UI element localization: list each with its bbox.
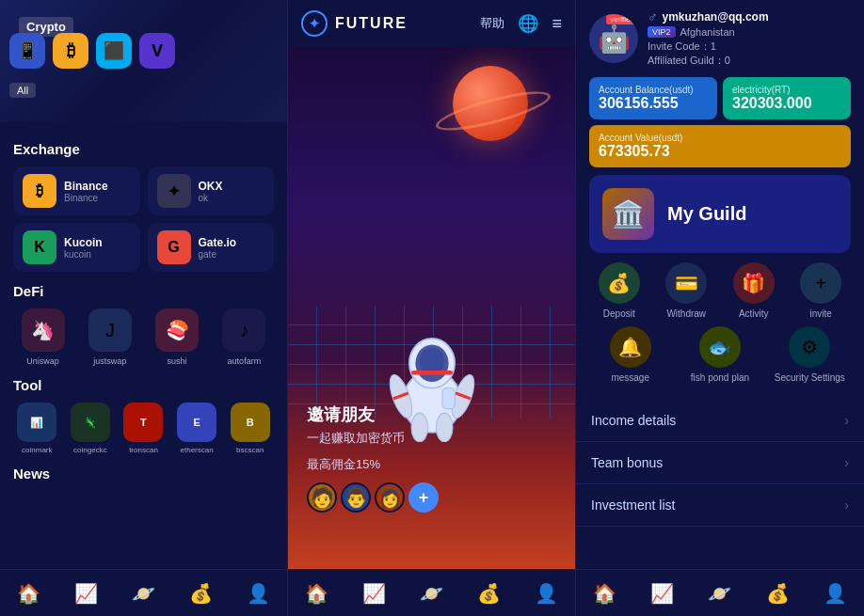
action-withdraw[interactable]: 💳 Withdraw bbox=[657, 262, 717, 319]
invite-title: 邀请朋友 bbox=[307, 403, 556, 426]
action-activity[interactable]: 🎁 Activity bbox=[724, 262, 784, 319]
tool-coinmark[interactable]: 📊 coinmark bbox=[13, 403, 61, 454]
exchange-gateio[interactable]: G Gate.io gate bbox=[148, 223, 275, 272]
exchange-kucoin[interactable]: K Kucoin kucoin bbox=[13, 223, 140, 272]
vip-badge: VIP2 bbox=[648, 26, 676, 38]
defi-section-title: DeFi bbox=[13, 283, 274, 299]
gateio-sub: gate bbox=[199, 249, 237, 260]
guild-title: My Guild bbox=[667, 203, 746, 225]
nav3-planet-icon[interactable]: 🪐 bbox=[708, 582, 731, 605]
binance-name: Binance bbox=[64, 180, 108, 193]
deposit-icon-circle: 💰 bbox=[599, 262, 640, 304]
nav3-profile-icon[interactable]: 👤 bbox=[824, 582, 847, 605]
action-message[interactable]: 🔔 message bbox=[589, 326, 671, 383]
bscscan-name: bscscan bbox=[236, 446, 264, 454]
fish-pond-label: fish pond plan bbox=[691, 372, 749, 383]
account-balance-card: Account Balance(usdt) 306156.555 bbox=[589, 77, 717, 119]
hero-app-icon-1: 📱 bbox=[9, 33, 45, 69]
balance-label: Account Balance(usdt) bbox=[599, 85, 708, 95]
header-right: 帮助 🌐 ≡ bbox=[480, 13, 562, 34]
binance-sub: Binance bbox=[64, 193, 108, 203]
avatar-3: 👩 bbox=[375, 482, 405, 513]
defi-autofarm[interactable]: ♪ autofarm bbox=[215, 308, 274, 366]
invite-section: 邀请朋友 一起赚取加密货币 最高佣金15% 🧑 👨 👩 + bbox=[307, 403, 556, 513]
nav-home-icon[interactable]: 🏠 bbox=[17, 582, 40, 605]
tronscan-logo: T bbox=[123, 403, 163, 442]
tool-tronscan[interactable]: T tronscan bbox=[120, 403, 168, 454]
guild-image: 🏛️ bbox=[602, 188, 654, 240]
gateio-logo: G bbox=[157, 230, 191, 264]
hero-section: 邀请朋友 一起赚取加密货币 最高佣金15% 🧑 👨 👩 + bbox=[288, 47, 575, 569]
withdraw-icon-circle: 💳 bbox=[665, 262, 707, 304]
nav3-home-icon[interactable]: 🏠 bbox=[593, 582, 616, 605]
kucoin-name: Kucoin bbox=[64, 236, 103, 249]
action-grid: 💰 Deposit 💳 Withdraw 🎁 Activity + invite bbox=[589, 262, 851, 319]
globe-icon[interactable]: 🌐 bbox=[518, 13, 538, 34]
panel1-bottom-nav: 🏠 📈 🪐 💰 👤 bbox=[0, 569, 287, 616]
guild-card[interactable]: 🏛️ My Guild bbox=[589, 175, 851, 253]
tool-coingecko[interactable]: 🦎 coingeckc bbox=[67, 403, 115, 454]
balance-row: Account Balance(usdt) 306156.555 electri… bbox=[589, 77, 851, 119]
balance-value: 306156.555 bbox=[599, 95, 708, 112]
svg-rect-4 bbox=[411, 371, 453, 374]
nav-planet-icon[interactable]: 🪐 bbox=[132, 582, 155, 605]
nav2-profile-icon[interactable]: 👤 bbox=[535, 582, 558, 605]
invite-plus-button[interactable]: + bbox=[408, 482, 439, 513]
withdraw-label: Withdraw bbox=[666, 308, 706, 319]
action-fish-pond[interactable]: 🐟 fish pond plan bbox=[679, 326, 760, 383]
investment-list-label: Investment list bbox=[591, 498, 675, 513]
exchange-okx[interactable]: ✦ OKX ok bbox=[148, 166, 275, 215]
nav2-planet-icon[interactable]: 🪐 bbox=[420, 582, 443, 605]
menu-team-bonus[interactable]: Team bonus › bbox=[576, 442, 864, 484]
binance-logo: ₿ bbox=[23, 174, 56, 208]
gateio-name: Gate.io bbox=[199, 236, 237, 249]
nav-profile-icon[interactable]: 👤 bbox=[247, 582, 270, 605]
nav-chart-icon[interactable]: 📈 bbox=[74, 582, 98, 605]
future-logo-icon: ✦ bbox=[301, 10, 328, 37]
defi-uniswap[interactable]: 🦄 Uniswap bbox=[13, 308, 72, 366]
tool-grid: 📊 coinmark 🦎 coingeckc T tronscan E ethe… bbox=[13, 403, 274, 454]
hero-app-icon-4: V bbox=[139, 33, 175, 69]
panel-future: ✦ FUTURE 帮助 🌐 ≡ bbox=[288, 0, 576, 616]
exchange-binance[interactable]: ₿ Binance Binance bbox=[13, 166, 140, 215]
tool-etherscan[interactable]: E etherscan bbox=[173, 403, 221, 454]
account-value-label: Account Value(usdt) bbox=[599, 133, 841, 143]
gender-icon: ♂ bbox=[648, 9, 658, 24]
sushi-logo: 🍣 bbox=[155, 308, 199, 352]
user-guild: Affiliated Guild：0 bbox=[648, 54, 851, 68]
action-invite[interactable]: + invite bbox=[792, 262, 852, 319]
future-brand: ✦ FUTURE bbox=[301, 10, 408, 37]
defi-justswap[interactable]: J justswap bbox=[80, 308, 139, 366]
nav2-home-icon[interactable]: 🏠 bbox=[305, 582, 328, 605]
help-text[interactable]: 帮助 bbox=[480, 15, 504, 32]
nav2-chart-icon[interactable]: 📈 bbox=[362, 582, 386, 605]
action-security[interactable]: ⚙ Security Settings bbox=[769, 326, 851, 383]
user-country: Afghanistan bbox=[680, 26, 735, 38]
activity-icon-circle: 🎁 bbox=[733, 262, 775, 304]
kucoin-sub: kucoin bbox=[64, 249, 103, 260]
nav-wallet-icon[interactable]: 💰 bbox=[189, 582, 213, 605]
coingecko-name: coingeckc bbox=[73, 446, 107, 454]
panel-exchange: Crypto 📱 ₿ ⬛ V All Exchange ₿ Binance Bi… bbox=[0, 0, 288, 616]
profile-header: 🤖 verified ♂ ymkuzhan@qq.com VIP2 Afghan… bbox=[576, 0, 864, 400]
electricity-card: electricity(RT) 320303.000 bbox=[723, 77, 851, 119]
hero-app-icon-2: ₿ bbox=[53, 33, 88, 69]
nav2-wallet-icon[interactable]: 💰 bbox=[477, 582, 501, 605]
menu-investment-list[interactable]: Investment list › bbox=[576, 484, 864, 527]
invite-sub2: 最高佣金15% bbox=[307, 456, 556, 473]
avatar-2: 👨 bbox=[341, 482, 371, 513]
menu-income-details[interactable]: Income details › bbox=[576, 400, 864, 442]
tool-bscscan[interactable]: B bscscan bbox=[226, 403, 274, 454]
hero-banner: Crypto 📱 ₿ ⬛ V All bbox=[0, 0, 287, 122]
all-badge[interactable]: All bbox=[9, 83, 36, 98]
defi-sushi[interactable]: 🍣 sushi bbox=[148, 308, 207, 366]
menu-icon[interactable]: ≡ bbox=[552, 14, 562, 34]
hero-app-icons: 📱 ₿ ⬛ V bbox=[9, 33, 175, 69]
electricity-value: 320303.000 bbox=[732, 95, 841, 112]
nav3-chart-icon[interactable]: 📈 bbox=[650, 582, 674, 605]
action-deposit[interactable]: 💰 Deposit bbox=[589, 262, 649, 319]
uniswap-logo: 🦄 bbox=[22, 308, 65, 352]
deposit-label: Deposit bbox=[603, 308, 635, 319]
nav3-wallet-icon[interactable]: 💰 bbox=[766, 582, 790, 605]
future-logo-text: FUTURE bbox=[335, 15, 408, 32]
